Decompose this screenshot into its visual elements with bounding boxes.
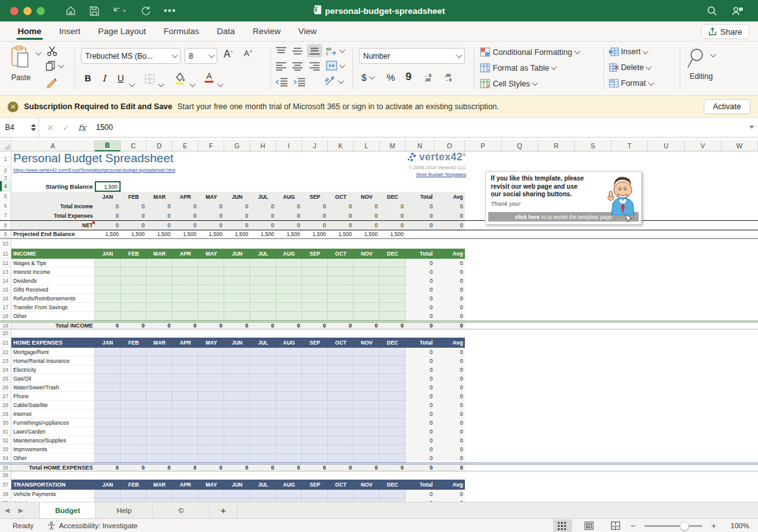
- month-cell[interactable]: [276, 348, 302, 357]
- month-cell[interactable]: [95, 294, 121, 303]
- section-total-value[interactable]: 0: [121, 464, 147, 471]
- item-label[interactable]: Cable/Satellite: [11, 401, 95, 410]
- summary-value[interactable]: 0: [302, 201, 328, 211]
- month-cell[interactable]: [198, 374, 224, 383]
- month-cell[interactable]: [147, 401, 172, 410]
- month-header[interactable]: SEP: [302, 249, 328, 259]
- month-cell[interactable]: [276, 490, 302, 499]
- summary-value[interactable]: 0: [172, 221, 198, 230]
- tab-page-layout[interactable]: Page Layout: [89, 22, 155, 41]
- month-cell[interactable]: [302, 383, 328, 392]
- total-header[interactable]: Total: [406, 338, 435, 348]
- currency-format-button[interactable]: $: [361, 72, 373, 83]
- zoom-in-button[interactable]: +: [711, 521, 716, 531]
- selected-cell-B4[interactable]: 1,500: [95, 181, 121, 192]
- summary-value[interactable]: 0: [95, 211, 121, 220]
- row-header-2[interactable]: 2: [0, 167, 11, 175]
- month-cell[interactable]: [354, 294, 380, 303]
- month-cell[interactable]: [121, 365, 147, 374]
- row-header-8[interactable]: 8: [0, 221, 11, 230]
- month-cell[interactable]: [95, 427, 121, 436]
- month-header-spacer[interactable]: [11, 192, 95, 201]
- row-header-29[interactable]: 29: [0, 410, 11, 418]
- month-cell[interactable]: [380, 401, 406, 410]
- empty-cells[interactable]: [465, 303, 758, 312]
- month-header[interactable]: NOV: [354, 480, 380, 490]
- empty-cells[interactable]: [465, 436, 758, 445]
- summary-value[interactable]: 0: [147, 221, 172, 230]
- month-cell[interactable]: [354, 454, 380, 463]
- section-total-value[interactable]: 0: [172, 464, 198, 471]
- month-cell[interactable]: [250, 445, 276, 454]
- row-header-9[interactable]: 9: [0, 230, 11, 238]
- row-header-3[interactable]: 3: [0, 175, 11, 181]
- month-cell[interactable]: [328, 410, 354, 418]
- summary-value[interactable]: 0: [250, 221, 276, 230]
- item-avg[interactable]: 0: [435, 490, 465, 499]
- summary-value[interactable]: 0: [328, 221, 354, 230]
- summary-value[interactable]: 0: [147, 201, 172, 211]
- month-cell[interactable]: [380, 285, 406, 294]
- paste-button[interactable]: Paste: [10, 45, 32, 82]
- align-center-icon[interactable]: [292, 62, 303, 71]
- empty-cells[interactable]: [465, 427, 758, 436]
- summary-value[interactable]: 0: [172, 211, 198, 220]
- projected-balance-value[interactable]: 1,500: [121, 230, 147, 238]
- vertex42-logo[interactable]: vertex42®: [378, 151, 466, 163]
- month-cell[interactable]: [250, 365, 276, 374]
- month-cell[interactable]: [121, 276, 147, 285]
- summary-value[interactable]: 0: [121, 201, 147, 211]
- month-cell[interactable]: [354, 348, 380, 357]
- item-label[interactable]: Water/Sewer/Trash: [11, 383, 95, 392]
- month-cell[interactable]: [354, 303, 380, 312]
- borders-dropdown[interactable]: [158, 78, 162, 90]
- section-total-value[interactable]: 0: [328, 464, 354, 471]
- month-cell[interactable]: [250, 268, 276, 276]
- section-total-value[interactable]: 0: [147, 464, 172, 471]
- column-header-F[interactable]: F: [198, 140, 224, 151]
- month-header[interactable]: JAN: [95, 480, 121, 490]
- month-cell[interactable]: [198, 410, 224, 418]
- month-cell[interactable]: [95, 383, 121, 392]
- item-avg[interactable]: 0: [435, 427, 465, 436]
- section-total-value[interactable]: 0: [198, 464, 224, 471]
- month-cell[interactable]: [380, 418, 406, 427]
- section-total-value[interactable]: 0: [224, 464, 250, 471]
- row-header-31[interactable]: 31: [0, 427, 11, 436]
- section-total-value[interactable]: 0: [224, 322, 250, 329]
- section-total-value[interactable]: 0: [276, 322, 302, 329]
- month-header[interactable]: NOV: [354, 249, 380, 259]
- row-header-23[interactable]: 23: [0, 357, 11, 365]
- row-header-1[interactable]: 1: [0, 151, 11, 167]
- item-label[interactable]: Furnishings/Appliances: [11, 418, 95, 427]
- projected-balance-value[interactable]: 1,500: [328, 230, 354, 238]
- month-cell[interactable]: [147, 436, 172, 445]
- summary-value[interactable]: 0: [172, 201, 198, 211]
- month-header[interactable]: FEB: [121, 480, 147, 490]
- month-cell[interactable]: [380, 383, 406, 392]
- month-cell[interactable]: [276, 303, 302, 312]
- month-cell[interactable]: [147, 383, 172, 392]
- avg-header[interactable]: Avg: [435, 249, 465, 259]
- month-header[interactable]: JAN: [95, 338, 121, 348]
- month-cell[interactable]: [302, 294, 328, 303]
- month-cell[interactable]: [95, 392, 121, 401]
- month-cell[interactable]: [224, 312, 250, 321]
- month-cell[interactable]: [224, 454, 250, 463]
- month-cell[interactable]: [328, 401, 354, 410]
- month-cell[interactable]: [198, 490, 224, 499]
- month-cell[interactable]: [276, 427, 302, 436]
- row-header-7[interactable]: 7: [0, 211, 11, 220]
- month-cell[interactable]: [250, 490, 276, 499]
- summary-value[interactable]: 0: [380, 221, 406, 230]
- month-cell[interactable]: [172, 276, 198, 285]
- item-avg[interactable]: 0: [435, 383, 465, 392]
- item-avg[interactable]: 0: [435, 418, 465, 427]
- month-cell[interactable]: [302, 445, 328, 454]
- section-header-home-expenses[interactable]: HOME EXPENSES: [11, 338, 95, 348]
- month-header[interactable]: OCT: [328, 249, 354, 259]
- month-cell[interactable]: [276, 383, 302, 392]
- empty-cells[interactable]: [465, 259, 758, 268]
- month-cell[interactable]: [250, 383, 276, 392]
- month-cell[interactable]: [95, 418, 121, 427]
